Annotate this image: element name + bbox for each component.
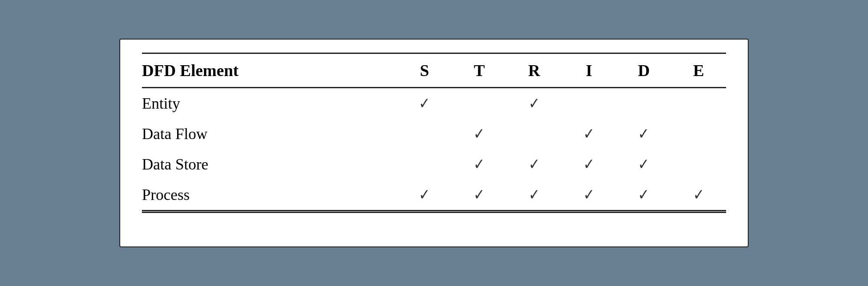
row-label-entity: Entity [142, 88, 397, 119]
check-icon: ✓ [583, 125, 595, 143]
cell-process-d: ✓ [616, 180, 671, 211]
cell-entity-i [562, 88, 616, 119]
col-header-i: I [562, 53, 616, 88]
check-icon: ✓ [529, 94, 540, 113]
check-icon: ✓ [638, 155, 650, 173]
check-icon: ✓ [693, 186, 704, 204]
cell-data-store-r: ✓ [507, 149, 562, 180]
col-header-t: T [452, 53, 506, 88]
check-icon: ✓ [638, 125, 650, 143]
col-header-e: E [671, 53, 726, 88]
cell-data-store-i: ✓ [562, 149, 616, 180]
cell-data-flow-r [507, 119, 562, 149]
cell-data-flow-e [671, 119, 726, 149]
cell-entity-t [452, 88, 506, 119]
check-icon: ✓ [583, 155, 595, 173]
col-header-dfd-element: DFD Element [142, 53, 397, 88]
cell-data-flow-d: ✓ [616, 119, 671, 149]
table-row: Process✓✓✓✓✓✓ [142, 180, 726, 211]
cell-data-store-d: ✓ [616, 149, 671, 180]
cell-process-i: ✓ [562, 180, 616, 211]
header-row: DFD Element S T R I D E [142, 53, 726, 88]
cell-process-t: ✓ [452, 180, 506, 211]
cell-data-store-s [397, 149, 452, 180]
col-header-d: D [616, 53, 671, 88]
cell-data-flow-t: ✓ [452, 119, 506, 149]
cell-data-flow-i: ✓ [562, 119, 616, 149]
table-row: Data Store✓✓✓✓ [142, 149, 726, 180]
cell-entity-s: ✓ [397, 88, 452, 119]
col-header-r: R [507, 53, 562, 88]
table-row: Data Flow✓✓✓ [142, 119, 726, 149]
cell-data-store-t: ✓ [452, 149, 506, 180]
cell-process-e: ✓ [671, 180, 726, 211]
check-icon: ✓ [474, 155, 485, 173]
main-table-container: DFD Element S T R I D E Entity✓✓Data Flo… [119, 39, 749, 247]
row-label-process: Process [142, 180, 397, 211]
footer-row [142, 211, 726, 213]
row-label-data-store: Data Store [142, 149, 397, 180]
cell-entity-r: ✓ [507, 88, 562, 119]
cell-data-flow-s [397, 119, 452, 149]
cell-entity-d [616, 88, 671, 119]
check-icon: ✓ [583, 186, 595, 204]
stride-table: DFD Element S T R I D E Entity✓✓Data Flo… [142, 53, 726, 213]
cell-process-r: ✓ [507, 180, 562, 211]
check-icon: ✓ [419, 186, 430, 204]
cell-process-s: ✓ [397, 180, 452, 211]
cell-entity-e [671, 88, 726, 119]
check-icon: ✓ [529, 186, 540, 204]
row-label-data-flow: Data Flow [142, 119, 397, 149]
col-header-s: S [397, 53, 452, 88]
check-icon: ✓ [474, 186, 485, 204]
check-icon: ✓ [419, 94, 430, 113]
cell-data-store-e [671, 149, 726, 180]
table-row: Entity✓✓ [142, 88, 726, 119]
check-icon: ✓ [474, 125, 485, 143]
check-icon: ✓ [529, 155, 540, 173]
check-icon: ✓ [638, 186, 650, 204]
